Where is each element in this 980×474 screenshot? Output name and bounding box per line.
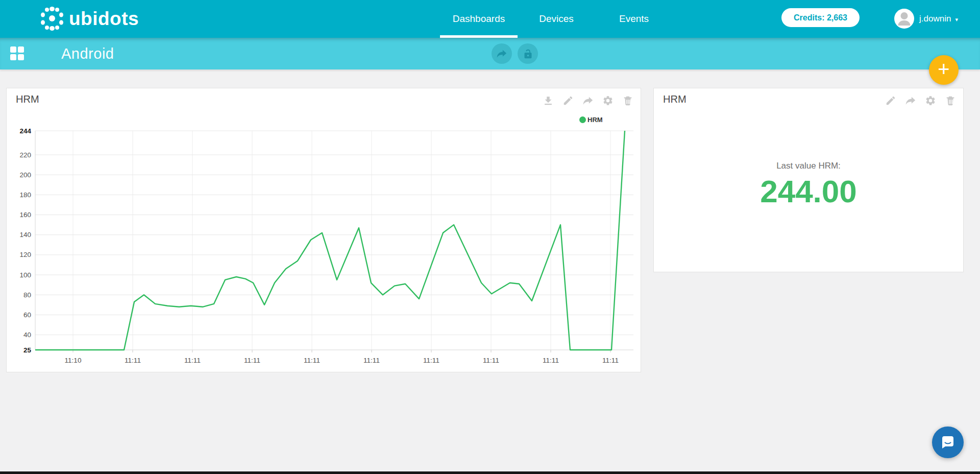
ubidots-logo-icon [39,6,65,32]
settings-icon[interactable] [602,95,614,106]
svg-text:200: 200 [19,171,31,179]
svg-text:11:10: 11:10 [65,357,82,364]
share-icon [496,48,507,59]
svg-text:244: 244 [19,128,31,135]
settings-icon[interactable] [925,95,936,106]
chat-bubble-icon [940,434,956,451]
lock-dashboard-button[interactable] [518,43,538,64]
svg-text:11:11: 11:11 [184,357,201,364]
last-value-caption: Last value HRM: [654,161,963,171]
svg-text:40: 40 [23,331,31,339]
widget-title: HRM [663,93,687,105]
username-text: j.downin [919,14,951,23]
download-icon[interactable] [543,95,554,106]
svg-text:11:11: 11:11 [304,357,320,364]
svg-text:80: 80 [23,291,31,299]
share-dashboard-button[interactable] [492,43,512,64]
svg-text:11:11: 11:11 [602,357,619,364]
dashboard-bar: Android [0,38,980,69]
svg-text:11:11: 11:11 [423,357,439,364]
svg-text:120: 120 [19,251,31,258]
svg-text:11:11: 11:11 [244,357,260,364]
user-menu[interactable]: j.downin▾ [919,0,958,38]
svg-text:11:11: 11:11 [483,357,499,364]
svg-text:11:11: 11:11 [125,357,141,364]
svg-text:25: 25 [23,346,32,354]
edit-icon[interactable] [562,95,574,106]
svg-text:11:11: 11:11 [543,357,559,364]
edit-icon[interactable] [885,95,896,106]
svg-text:160: 160 [19,211,31,219]
svg-text:11:11: 11:11 [363,357,380,364]
svg-text:220: 220 [19,151,31,159]
tab-devices[interactable]: Devices [518,0,595,38]
dashboards-grid-icon[interactable] [10,46,24,60]
share-icon[interactable] [582,95,594,106]
main-nav-tabs: Dashboards Devices Events [440,0,673,38]
svg-text:60: 60 [23,311,31,319]
ubidots-dashboard-page: ubidots Dashboards Devices Events Credit… [0,0,980,474]
widget-title: HRM [16,93,39,105]
legend-series-dot [579,116,586,123]
credits-badge[interactable]: Credits: 2,663 [781,8,860,27]
hrm-chart-widget: HRM HRM 24422020018016014012010080604025… [6,88,641,372]
svg-text:100: 100 [19,271,31,279]
ubidots-logo-text: ubidots [69,8,139,30]
widget-toolbar [543,95,633,106]
widget-toolbar [885,95,956,106]
svg-text:180: 180 [19,191,31,199]
delete-icon[interactable] [622,95,633,106]
delete-icon[interactable] [945,95,956,106]
top-navbar: ubidots Dashboards Devices Events Credit… [0,0,980,38]
chevron-down-icon: ▾ [955,1,958,38]
plus-icon: + [938,58,949,80]
svg-text:140: 140 [19,231,31,239]
tab-events[interactable]: Events [595,0,673,38]
legend-series-label: HRM [587,116,603,124]
ubidots-logo[interactable]: ubidots [39,6,139,32]
tab-dashboards[interactable]: Dashboards [440,0,518,38]
bottom-edge-bar [0,471,980,474]
dashboard-title: Android [61,38,114,69]
chat-launcher-button[interactable] [932,426,964,458]
person-icon [894,9,914,29]
share-icon[interactable] [905,95,916,106]
hrm-value-widget: HRM Last value HRM: 244.00 [653,88,964,272]
add-widget-button[interactable]: + [929,55,959,85]
lock-open-icon [523,49,533,59]
chart-legend[interactable]: HRM [579,116,603,124]
hrm-line-chart[interactable]: 2442202001801601401201008060402511:1011:… [13,128,635,372]
user-avatar[interactable] [894,9,914,29]
last-value-number: 244.00 [654,173,963,209]
